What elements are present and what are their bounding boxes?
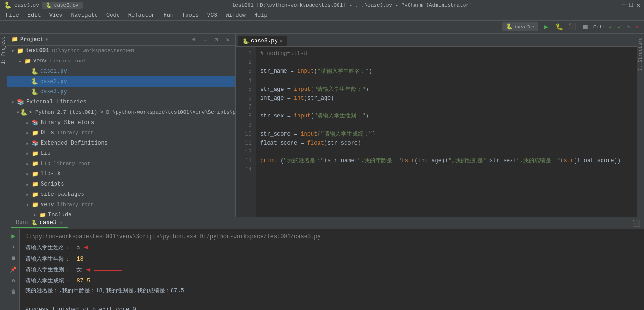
tree-sublabel: library root <box>57 130 94 136</box>
bottom-expand-button[interactable]: ⬛ <box>632 219 640 227</box>
scroll-down-button[interactable]: ⬇ <box>9 242 18 252</box>
project-sidebar-label[interactable]: 1: Project <box>0 34 7 67</box>
minimize-button[interactable]: ─ <box>622 1 626 9</box>
arrow-right-icon: ▶ <box>24 141 31 145</box>
tree-label: Include <box>48 212 71 217</box>
tree-item-python27[interactable]: ▼ 🐍 < Python 2.7 (test001) > D:\python-w… <box>7 107 235 117</box>
editor-tab-case3[interactable]: 🐍 case3.py ✕ <box>238 36 287 46</box>
code-content[interactable]: # coding=utf-8 str_name = input("请输入学生姓名… <box>256 47 637 217</box>
lib-folder-icon: 📁 <box>32 171 39 178</box>
tree-sublabel: library root <box>54 161 90 166</box>
tree-label: DLLs <box>41 130 54 136</box>
code-line-11: float_score = float(str_score) <box>260 139 632 148</box>
run-button[interactable]: ▶ <box>541 22 551 32</box>
menu-tools[interactable]: Tools <box>178 11 202 20</box>
code-line-2 <box>260 58 632 67</box>
menu-code[interactable]: Code <box>103 11 124 20</box>
tree-item-include[interactable]: ▶ 📁 Include <box>7 210 235 217</box>
tree-item-site-packages[interactable]: ▶ 📁 site-packages <box>7 189 235 200</box>
tree-sublabel: D:\python-workspace\test001 <box>52 48 135 54</box>
tree-sublabel: library root <box>49 58 86 64</box>
tree-item-lib-tk[interactable]: ▶ 📁 lib-tk <box>7 169 235 179</box>
close-tab-button[interactable]: ✕ <box>280 38 283 44</box>
menu-refactor[interactable]: Refactor <box>125 11 159 20</box>
run-config-label: case3 <box>515 24 530 30</box>
tree-label: test001 <box>26 48 49 54</box>
settings-button[interactable]: ⚙ <box>9 276 18 285</box>
bottom-tabs: Run: 🐍 case3 ✕ ⬛ <box>7 217 644 229</box>
menu-run[interactable]: Run <box>159 11 177 20</box>
code-line-8: str_sex = input("请输入学生性别：") <box>260 112 632 121</box>
tree-sublabel: library root <box>57 202 94 207</box>
project-collapse-button[interactable]: ≡ <box>201 35 209 44</box>
tree-label: Extended Definitions <box>41 140 108 146</box>
trash-button[interactable]: 🗑 <box>9 287 18 296</box>
menu-view[interactable]: View <box>46 11 67 20</box>
terminal-output[interactable]: D:\python-workspace\test001\venv\Scripts… <box>20 229 644 310</box>
git-x-button[interactable]: ✕ <box>633 23 640 30</box>
run-config[interactable]: 🐍 case3 ▼ <box>502 22 538 31</box>
run-tab[interactable]: Run: 🐍 case3 ✕ <box>11 218 68 228</box>
project-locate-button[interactable]: ⊕ <box>190 35 198 44</box>
terminal-line-age: 请输入学生年龄： 18 <box>25 255 638 264</box>
maximize-button[interactable]: □ <box>629 1 633 9</box>
menu-help[interactable]: Help <box>250 11 271 20</box>
cmd-line: D:\python-workspace\test001\venv\Scripts… <box>25 232 638 241</box>
py-small-icon: 🐍 <box>20 109 28 116</box>
menu-window[interactable]: Window <box>222 11 249 20</box>
lib-icon: 📚 <box>17 98 24 106</box>
file-tab[interactable]: 🐍 case3.py <box>42 2 83 9</box>
menu-vcs[interactable]: VCS <box>203 11 221 20</box>
coverage-button[interactable]: ⬛ <box>567 22 577 32</box>
structure-panel-label[interactable]: 7. Structure <box>637 35 644 73</box>
tree-item-case2[interactable]: 🐍 case2.py <box>7 76 235 87</box>
tree-item-scripts[interactable]: ▶ 📁 Scripts <box>7 179 235 189</box>
structure-panel: 7. Structure <box>637 34 644 217</box>
git-check2-button[interactable]: ✓ <box>616 23 623 30</box>
project-tab[interactable]: case3.py <box>14 2 39 8</box>
run-config-dropdown-icon: ▼ <box>532 25 534 29</box>
arrow-down-icon: ▼ <box>9 100 16 104</box>
tree-item-binary-skeletons[interactable]: ▶ 📚 Binary Skeletons <box>7 117 235 128</box>
tree-item-lib-root[interactable]: ▶ 📁 Lib library root <box>7 158 235 169</box>
tree-item-venv[interactable]: ▶ 📁 venv library root <box>7 56 235 66</box>
git-actions: Git: ✓ ✓ ↺ ✕ <box>593 23 640 30</box>
editor-tabs: 🐍 case3.py ✕ <box>236 34 637 47</box>
terminal-line-name: 请输入学生姓名： a ◀ <box>25 241 638 254</box>
code-line-5: str_age = input("请输入学生年龄：") <box>260 85 632 94</box>
stop-button[interactable]: ⏹ <box>580 22 590 32</box>
git-check-button[interactable]: ✓ <box>608 23 615 30</box>
menu-edit[interactable]: Edit <box>24 11 45 20</box>
tree-item-ext-libs[interactable]: ▼ 📚 External Libraries <box>7 97 235 107</box>
lib-folder-icon: 📁 <box>32 160 39 167</box>
debug-button[interactable]: 🐛 <box>554 22 564 32</box>
tree-item-extended-definitions[interactable]: ▶ 📚 Extended Definitions <box>7 138 235 148</box>
terminal-line-sex: 请输入学生性别： 女 ◀ <box>25 264 638 276</box>
tree-item-venv2[interactable]: ▼ 📁 venv library root <box>7 200 235 210</box>
tree-item-case1[interactable]: 🐍 case1.py <box>7 66 235 76</box>
stop-run-button[interactable]: ⏹ <box>9 254 18 263</box>
bottom-controls: ▶ ⬇ ⏹ 📌 ⚙ 🗑 <box>7 229 20 310</box>
tree-item-lib[interactable]: ▶ 📁 Lib <box>7 148 235 158</box>
pin-button[interactable]: 📌 <box>9 265 18 274</box>
title-bar: 🐍 case3.py 🐍 case3.py test001 [D:\python… <box>0 0 644 10</box>
code-line-7 <box>260 103 632 112</box>
run-again-button[interactable]: ▶ <box>9 231 18 241</box>
project-tree[interactable]: ▼ 📁 test001 D:\python-workspace\test001 … <box>7 46 235 217</box>
window-controls: ─ □ ✕ <box>622 1 640 9</box>
close-run-tab-button[interactable]: ✕ <box>60 220 63 226</box>
lib-folder-icon: 📚 <box>32 140 39 147</box>
close-button[interactable]: ✕ <box>637 1 640 9</box>
tab-label: case3.py <box>251 38 278 44</box>
project-gear-button[interactable]: ⚙ <box>212 35 221 44</box>
git-history-button[interactable]: ↺ <box>625 23 632 30</box>
menu-navigate[interactable]: Navigate <box>67 11 102 20</box>
tree-item-case3[interactable]: 🐍 case3.py <box>7 87 235 97</box>
toolbar: 🐍 case3 ▼ ▶ 🐛 ⬛ ⏹ Git: ✓ ✓ ↺ ✕ <box>0 21 644 34</box>
code-line-4 <box>260 76 632 85</box>
red-arrow-1-icon: ◀ <box>84 241 89 254</box>
tree-item-dlls[interactable]: ▶ 📁 DLLs library root <box>7 128 235 138</box>
menu-file[interactable]: File <box>2 11 23 20</box>
project-close-button[interactable]: ✕ <box>223 35 232 44</box>
tree-item-test001-root[interactable]: ▼ 📁 test001 D:\python-workspace\test001 <box>7 46 235 56</box>
